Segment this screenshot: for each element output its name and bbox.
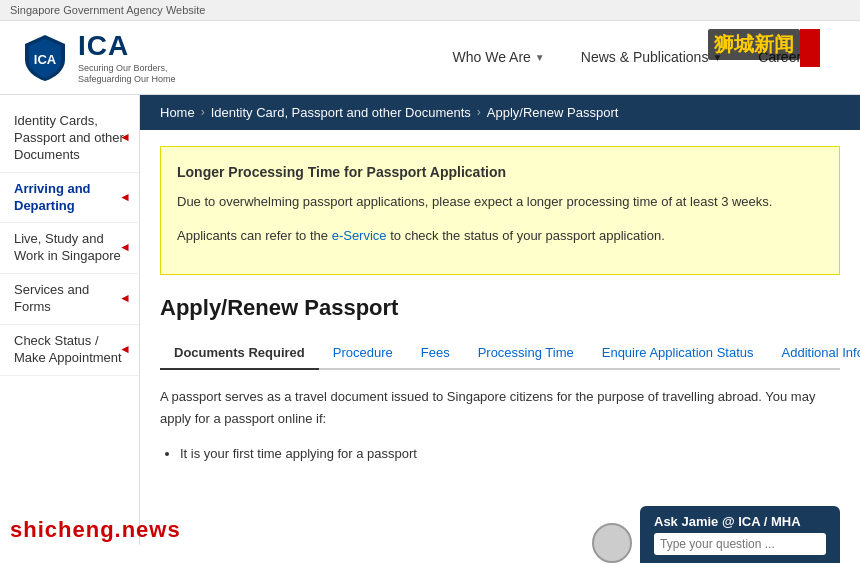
arrow-icon: ◄ bbox=[119, 190, 131, 206]
tab-procedure[interactable]: Procedure bbox=[319, 337, 407, 370]
sidebar-item-services-forms[interactable]: Services and Forms ◄ bbox=[0, 274, 139, 325]
watermark-red-bar bbox=[800, 29, 820, 67]
alert-body: Due to overwhelming passport application… bbox=[177, 191, 823, 213]
sidebar-item-arriving-departing[interactable]: Arriving and Departing ◄ bbox=[0, 173, 139, 224]
header: ICA ICA Securing Our Borders, Safeguardi… bbox=[0, 21, 860, 95]
alert-eservice-link[interactable]: e-Service bbox=[332, 228, 387, 243]
tab-enquire-status[interactable]: Enquire Application Status bbox=[588, 337, 768, 370]
breadcrumb-sep-1: › bbox=[201, 105, 205, 119]
sidebar-item-live-study-work[interactable]: Live, Study and Work in Singapore ◄ bbox=[0, 223, 139, 274]
arrow-icon: ◄ bbox=[119, 131, 131, 147]
body-intro: A passport serves as a travel document i… bbox=[160, 386, 840, 430]
alert-box: Longer Processing Time for Passport Appl… bbox=[160, 146, 840, 275]
ica-logo-icon: ICA bbox=[20, 32, 70, 82]
arrow-icon: ◄ bbox=[119, 241, 131, 257]
top-bar: Singapore Government Agency Website bbox=[0, 0, 860, 21]
arrow-icon: ◄ bbox=[119, 291, 131, 307]
breadcrumb-current: Apply/Renew Passport bbox=[487, 105, 619, 120]
alert-link-line: Applicants can refer to the e-Service to… bbox=[177, 225, 823, 247]
tab-fees[interactable]: Fees bbox=[407, 337, 464, 370]
top-bar-label: Singapore Government Agency Website bbox=[10, 4, 205, 16]
page-layout: Identity Cards, Passport and other Docum… bbox=[0, 95, 860, 545]
svg-text:ICA: ICA bbox=[34, 52, 57, 67]
logo-area: ICA ICA Securing Our Borders, Safeguardi… bbox=[20, 29, 176, 86]
chevron-down-icon: ▼ bbox=[535, 52, 545, 63]
ask-jamie-title: Ask Jamie @ ICA / MHA bbox=[654, 514, 826, 529]
alert-prefix: Applicants can refer to the bbox=[177, 228, 332, 243]
tab-processing-time[interactable]: Processing Time bbox=[464, 337, 588, 370]
logo-tagline-1: Securing Our Borders, bbox=[78, 63, 176, 75]
alert-title: Longer Processing Time for Passport Appl… bbox=[177, 161, 823, 183]
breadcrumb-level1[interactable]: Identity Card, Passport and other Docume… bbox=[211, 105, 471, 120]
tab-documents-required[interactable]: Documents Required bbox=[160, 337, 319, 370]
tabs-bar: Documents Required Procedure Fees Proces… bbox=[160, 337, 840, 370]
breadcrumb-sep-2: › bbox=[477, 105, 481, 119]
arrow-icon: ◄ bbox=[119, 342, 131, 358]
breadcrumb-home[interactable]: Home bbox=[160, 105, 195, 120]
logo-ica-text: ICA bbox=[78, 29, 176, 63]
breadcrumb: Home › Identity Card, Passport and other… bbox=[140, 95, 860, 130]
alert-suffix: to check the status of your passport app… bbox=[387, 228, 665, 243]
logo-tagline-2: Safeguarding Our Home bbox=[78, 74, 176, 86]
tab-additional-info[interactable]: Additional Information bbox=[768, 337, 860, 370]
sidebar-item-check-status[interactable]: Check Status / Make Appointment ◄ bbox=[0, 325, 139, 376]
page-title: Apply/Renew Passport bbox=[160, 295, 840, 321]
sidebar-item-identity-cards[interactable]: Identity Cards, Passport and other Docum… bbox=[0, 105, 139, 173]
main-content: Home › Identity Card, Passport and other… bbox=[140, 95, 860, 545]
watermark-bottom: shicheng.news bbox=[10, 517, 181, 543]
nav-who-we-are[interactable]: Who We Are ▼ bbox=[435, 41, 563, 73]
watermark-chinese: 狮城新闻 bbox=[708, 29, 800, 60]
ask-jamie-widget[interactable]: Ask Jamie @ ICA / MHA bbox=[640, 506, 840, 545]
bullet-list: It is your first time applying for a pas… bbox=[160, 442, 840, 465]
logo-text-area: ICA Securing Our Borders, Safeguarding O… bbox=[78, 29, 176, 86]
list-item: It is your first time applying for a pas… bbox=[180, 442, 840, 465]
ask-jamie-input[interactable] bbox=[654, 533, 826, 545]
content-area: Longer Processing Time for Passport Appl… bbox=[140, 130, 860, 481]
sidebar: Identity Cards, Passport and other Docum… bbox=[0, 95, 140, 545]
